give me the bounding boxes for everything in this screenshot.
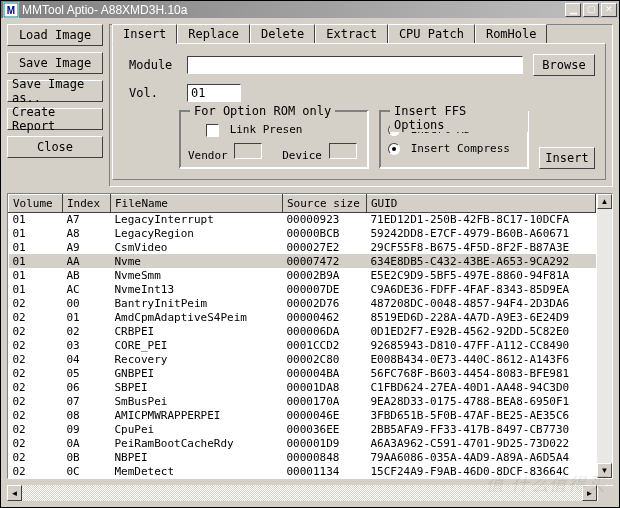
scroll-left-button[interactable]: ◄ [7,485,22,501]
cell-guid: E5E2C9D9-5BF5-497E-8860-94F81A [367,268,596,282]
table-row[interactable]: 01A7LegacyInterrupt0000092371ED12D1-250B… [9,212,596,226]
scroll-up-button[interactable]: ▲ [597,194,612,209]
close-button[interactable]: Close [7,136,103,158]
cell-name: NvmeSmm [111,268,283,282]
save-image-button[interactable]: Save Image [7,52,103,74]
create-report-button[interactable]: Create Report [7,108,103,130]
cell-name: AMICPMWRAPPERPEI [111,408,283,422]
table-row[interactable]: 0209CpuPei000036EE2BB5AFA9-FF33-417B-849… [9,422,596,436]
cell-guid: 71ED12D1-250B-42FB-8C17-10DCFA [367,212,596,226]
col-filename[interactable]: FileName [111,194,283,212]
cell-size: 0000046E [283,408,367,422]
insert-compress-radio[interactable] [388,143,400,155]
cell-size: 00002B9A [283,268,367,282]
cell-size: 00000BCB [283,226,367,240]
cell-vol: 02 [9,436,63,450]
table-row[interactable]: 01A9CsmVideo000027E229CF55F8-B675-4F5D-8… [9,240,596,254]
table-row[interactable]: 0205GNBPEI000004BA56FC768F-B603-4454-808… [9,366,596,380]
cell-size: 0001CCD2 [283,338,367,352]
option-rom-legend: For Option ROM only [190,104,335,118]
resize-grip[interactable] [597,485,613,501]
cell-idx: 02 [63,324,111,338]
module-input[interactable] [187,56,523,74]
module-table-wrap: Volume Index FileName Source size GUID 0… [7,193,613,480]
cell-size: 00000462 [283,310,367,324]
table-row[interactable]: 0202CRBPEI000006DA0D1ED2F7-E92B-4562-92D… [9,324,596,338]
table-row[interactable]: 0206SBPEI00001DA8C1FBD624-27EA-40D1-AA48… [9,380,596,394]
scroll-down-button[interactable]: ▼ [597,463,612,478]
table-row[interactable]: 0208AMICPMWRAPPERPEI0000046E3FBD651B-5F0… [9,408,596,422]
table-row[interactable]: 0203CORE_PEI0001CCD292685943-D810-47FF-A… [9,338,596,352]
cell-idx: AB [63,268,111,282]
cell-vol: 01 [9,226,63,240]
tab-insert[interactable]: Insert [112,24,177,44]
ffs-options-legend: Insert FFS Options [390,104,528,132]
col-index[interactable]: Index [63,194,111,212]
cell-size: 00002D76 [283,296,367,310]
col-sourcesize[interactable]: Source size [283,194,367,212]
tab-cpu-patch[interactable]: CPU Patch [388,24,475,43]
cell-vol: 01 [9,240,63,254]
cell-guid: 9EA28D33-0175-4788-BEA8-6950F1 [367,394,596,408]
cell-size: 00001DA8 [283,380,367,394]
cell-vol: 02 [9,394,63,408]
link-presen-label: Link Presen [230,123,303,136]
tab-delete[interactable]: Delete [250,24,315,43]
insert-button[interactable]: Insert [539,147,595,169]
tab-row: Insert Replace Delete Extract CPU Patch … [110,24,612,43]
table-row[interactable]: 01A8LegacyRegion00000BCB59242DD8-E7CF-49… [9,226,596,240]
hscroll-track[interactable] [22,485,582,501]
module-label: Module [129,58,177,72]
close-window-button[interactable]: ✕ [601,3,617,17]
save-image-as-button[interactable]: Save Image as.. [7,80,103,102]
scroll-right-button[interactable]: ► [582,485,597,501]
cell-guid: 634E8DB5-C432-43BE-A653-9CA292 [367,254,596,268]
title-bar: M MMTool Aptio- A88XMD3H.10a ▁ ▢ ✕ [1,1,619,18]
table-row[interactable]: 0207SmBusPei0000170A9EA28D33-0175-4788-B… [9,394,596,408]
minimize-button[interactable]: ▁ [565,3,581,17]
module-table-scroll[interactable]: Volume Index FileName Source size GUID 0… [8,194,596,479]
load-image-button[interactable]: Load Image [7,24,103,46]
table-row[interactable]: 0204Recovery00002C80E008B434-0E73-440C-8… [9,352,596,366]
table-row[interactable]: 020APeiRamBootCacheRdy000001D9A6A3A962-C… [9,436,596,450]
table-row[interactable]: 0200BantryInitPeim00002D76487208DC-0048-… [9,296,596,310]
cell-size: 000001D9 [283,436,367,450]
tab-romhole[interactable]: RomHole [475,24,548,43]
cell-idx: 08 [63,408,111,422]
cell-guid: E008B434-0E73-440C-8612-A143F6 [367,352,596,366]
cell-vol: 02 [9,450,63,464]
tab-replace[interactable]: Replace [177,24,250,43]
tab-extract[interactable]: Extract [315,24,388,43]
table-row[interactable]: 0201AmdCpmAdaptiveS4Peim000004628519ED6D… [9,310,596,324]
link-presen-checkbox[interactable] [206,124,219,137]
cell-size: 000004BA [283,366,367,380]
horizontal-scrollbar[interactable]: ◄ ► [7,485,613,501]
cell-guid: 15CF24A9-F9AB-46D0-8DCF-83664C [367,464,596,478]
vendor-input[interactable] [234,143,262,159]
vertical-scrollbar[interactable]: ▲ ▼ [596,194,612,479]
cell-size: 00000923 [283,212,367,226]
cell-guid: 29CF55F8-B675-4F5D-8F2F-B87A3E [367,240,596,254]
table-row[interactable]: 01ABNvmeSmm00002B9AE5E2C9D9-5BF5-497E-88… [9,268,596,282]
insert-tab-body: Module Browse Vol. 01 For Option ROM onl… [112,43,606,180]
col-volume[interactable]: Volume [9,194,63,212]
cell-idx: 09 [63,422,111,436]
browse-button[interactable]: Browse [533,54,595,76]
table-row[interactable]: 020BNBPEI0000084879AA6086-035A-4AD9-A89A… [9,450,596,464]
table-row[interactable]: 020CMemDetect0000113415CF24A9-F9AB-46D0-… [9,464,596,478]
cell-vol: 02 [9,366,63,380]
table-row[interactable]: 01AANvme00007472634E8DB5-C432-43BE-A653-… [9,254,596,268]
table-row[interactable]: 01ACNvmeInt13000007DEC9A6DE36-FDFF-4FAF-… [9,282,596,296]
cell-idx: 01 [63,310,111,324]
cell-name: Nvme [111,254,283,268]
maximize-button[interactable]: ▢ [583,3,599,17]
table-header-row: Volume Index FileName Source size GUID [9,194,596,212]
cell-vol: 02 [9,352,63,366]
col-guid[interactable]: GUID [367,194,596,212]
scroll-track[interactable] [597,209,612,464]
cell-name: CRBPEI [111,324,283,338]
device-input[interactable] [329,143,357,159]
cell-guid: 0D1ED2F7-E92B-4562-92DD-5C82E0 [367,324,596,338]
cell-idx: 00 [63,296,111,310]
vol-input[interactable]: 01 [187,84,241,102]
